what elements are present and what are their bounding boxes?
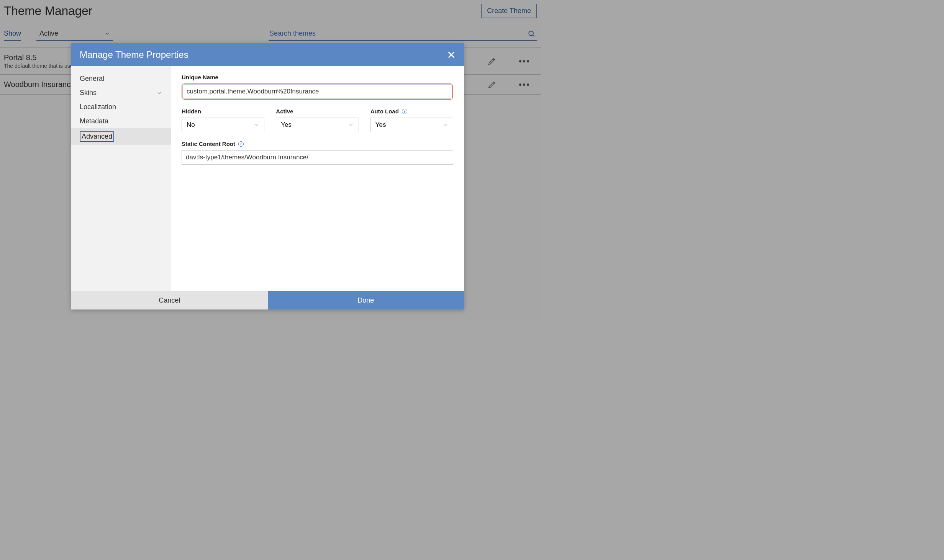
sidebar-item-label: Localization bbox=[80, 103, 116, 111]
info-icon[interactable]: i bbox=[238, 141, 244, 147]
theme-properties-modal: Manage Theme Properties General Skins Lo… bbox=[71, 43, 464, 309]
active-value: Yes bbox=[281, 121, 292, 129]
static-root-row: Static Content Root i bbox=[182, 141, 453, 165]
modal-footer: Cancel Done bbox=[71, 291, 464, 309]
active-select[interactable]: Yes bbox=[276, 118, 359, 132]
autoload-label-text: Auto Load bbox=[370, 108, 399, 115]
sidebar-item-label: Skins bbox=[80, 89, 97, 97]
chevron-down-icon bbox=[442, 122, 448, 128]
close-icon[interactable] bbox=[447, 51, 456, 59]
sidebar-item-general[interactable]: General bbox=[71, 72, 171, 86]
chevron-down-icon bbox=[348, 122, 354, 128]
info-icon[interactable]: i bbox=[402, 109, 407, 114]
hidden-label: Hidden bbox=[182, 108, 264, 115]
modal-sidebar: General Skins Localization Metadata Adva… bbox=[71, 66, 171, 291]
done-button[interactable]: Done bbox=[268, 291, 464, 309]
active-label: Active bbox=[276, 108, 359, 115]
sidebar-item-skins[interactable]: Skins bbox=[71, 86, 171, 100]
hidden-value: No bbox=[187, 121, 195, 129]
modal-main: Unique Name Hidden No Active bbox=[171, 66, 464, 291]
hidden-select[interactable]: No bbox=[182, 118, 264, 132]
active-col: Active Yes bbox=[276, 108, 359, 132]
sidebar-item-label: General bbox=[80, 75, 104, 83]
static-root-label-text: Static Content Root bbox=[182, 141, 235, 147]
chevron-down-icon bbox=[156, 90, 162, 96]
sidebar-item-advanced[interactable]: Advanced bbox=[71, 128, 171, 145]
sidebar-item-localization[interactable]: Localization bbox=[71, 100, 171, 114]
modal-header: Manage Theme Properties bbox=[71, 43, 464, 66]
chevron-down-icon bbox=[253, 122, 259, 128]
static-root-label: Static Content Root i bbox=[182, 141, 453, 147]
sidebar-item-label: Advanced bbox=[80, 131, 114, 142]
modal-body: General Skins Localization Metadata Adva… bbox=[71, 66, 464, 291]
page-root: Theme Manager Create Theme Show Active P… bbox=[0, 0, 541, 321]
cancel-button[interactable]: Cancel bbox=[71, 291, 268, 309]
modal-title: Manage Theme Properties bbox=[80, 49, 188, 60]
sidebar-item-label: Metadata bbox=[80, 117, 108, 125]
unique-name-label: Unique Name bbox=[182, 74, 453, 80]
autoload-label: Auto Load i bbox=[370, 108, 453, 115]
autoload-value: Yes bbox=[375, 121, 386, 129]
autoload-select[interactable]: Yes bbox=[370, 118, 453, 132]
unique-name-input[interactable] bbox=[182, 84, 452, 99]
flags-row: Hidden No Active Yes bbox=[182, 108, 453, 132]
autoload-col: Auto Load i Yes bbox=[370, 108, 453, 132]
sidebar-item-metadata[interactable]: Metadata bbox=[71, 114, 171, 128]
hidden-col: Hidden No bbox=[182, 108, 264, 132]
unique-name-highlight bbox=[182, 84, 453, 100]
static-root-input[interactable] bbox=[182, 150, 453, 165]
